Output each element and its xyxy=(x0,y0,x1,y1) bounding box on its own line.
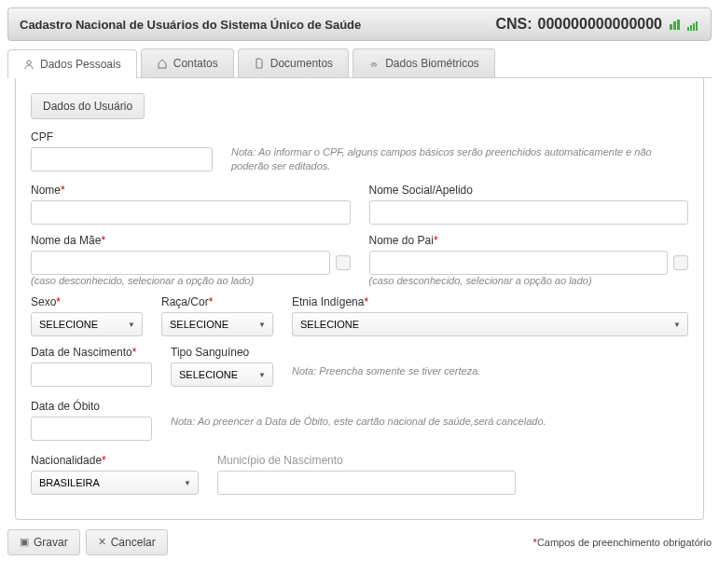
fingerprint-icon xyxy=(368,58,380,69)
data-obito-note: Nota: Ao preencer a Data de Óbito, este … xyxy=(171,415,546,429)
nome-pai-label: Nome do Pai* xyxy=(369,234,689,247)
tab-label: Contatos xyxy=(173,57,218,70)
tab-dados-pessoais[interactable]: Dados Pessoais xyxy=(7,49,137,78)
tipo-sanguineo-label: Tipo Sanguíneo xyxy=(171,346,273,359)
nome-mae-label: Nome da Mãe* xyxy=(31,234,351,247)
municipio-nascimento-input[interactable] xyxy=(217,471,516,495)
cancelar-button[interactable]: ✕ Cancelar xyxy=(86,529,168,555)
svg-rect-5 xyxy=(693,23,695,31)
person-icon xyxy=(23,59,35,70)
svg-rect-4 xyxy=(690,25,692,31)
sexo-label: Sexo* xyxy=(31,295,143,308)
data-nascimento-input[interactable] xyxy=(31,362,152,387)
nome-pai-input[interactable] xyxy=(369,251,669,275)
svg-rect-1 xyxy=(673,21,676,30)
form-panel: Dados do Usuário CPF Nota: Ao informar o… xyxy=(15,78,704,520)
tipo-sanguineo-select[interactable]: SELECIONE xyxy=(171,362,273,387)
cancel-icon: ✕ xyxy=(98,536,106,548)
nome-pai-unknown-checkbox[interactable] xyxy=(673,255,688,270)
sexo-select[interactable]: SELECIONE xyxy=(31,312,143,336)
cns-display: CNS: 000000000000000 xyxy=(495,16,699,33)
etnia-indigena-select[interactable]: SELECIONE xyxy=(292,312,688,336)
signal-bars-icon xyxy=(686,16,699,33)
etnia-indigena-label: Etnia Indígena* xyxy=(292,295,688,308)
nome-input[interactable] xyxy=(31,200,351,225)
svg-rect-0 xyxy=(670,24,672,30)
tab-contatos[interactable]: Contatos xyxy=(141,48,234,77)
svg-rect-6 xyxy=(696,21,698,31)
raca-cor-select[interactable]: SELECIONE xyxy=(161,312,273,336)
tipo-sanguineo-note: Nota: Preencha somente se tiver certeza. xyxy=(292,364,480,378)
nome-pai-hint: (caso desconhecido, selecionar a opção a… xyxy=(369,275,689,286)
nome-label: Nome* xyxy=(31,184,351,197)
home-icon xyxy=(157,58,168,69)
nome-mae-input[interactable] xyxy=(31,251,330,275)
nome-mae-hint: (caso desconhecido, selecionar a opção a… xyxy=(31,275,351,286)
nome-social-label: Nome Social/Apelido xyxy=(369,184,689,197)
data-obito-input[interactable] xyxy=(31,417,152,441)
data-obito-label: Data de Óbito xyxy=(31,400,152,413)
tab-label: Dados Pessoais xyxy=(40,58,121,71)
tab-label: Dados Biométricos xyxy=(385,57,479,70)
gravar-button[interactable]: ▣ Gravar xyxy=(7,529,80,555)
document-icon xyxy=(254,58,265,69)
tab-dados-biometricos[interactable]: Dados Biométricos xyxy=(353,48,495,77)
tab-documentos[interactable]: Documentos xyxy=(238,48,349,77)
raca-cor-label: Raça/Cor* xyxy=(161,295,273,308)
page-title: Cadastro Nacional de Usuários do Sistema… xyxy=(20,18,361,32)
cpf-input[interactable] xyxy=(31,147,213,171)
cns-value: 000000000000000 xyxy=(538,16,662,33)
header-bar: Cadastro Nacional de Usuários do Sistema… xyxy=(7,7,712,41)
svg-rect-2 xyxy=(677,20,680,30)
data-nascimento-label: Data de Nascimento* xyxy=(31,346,152,359)
municipio-nascimento-label: Município de Nascimento xyxy=(217,454,516,467)
svg-point-7 xyxy=(27,61,31,64)
footer-bar: ▣ Gravar ✕ Cancelar **Campos de preenchi… xyxy=(7,529,712,555)
status-icon-green xyxy=(668,16,681,33)
nome-mae-unknown-checkbox[interactable] xyxy=(336,255,351,270)
nacionalidade-select[interactable]: BRASILEIRA xyxy=(31,471,199,495)
cpf-note: Nota: Ao informar o CPF, alguns campos b… xyxy=(231,145,688,174)
cpf-label: CPF xyxy=(31,130,213,144)
required-fields-note: **Campos de preenchimento obrigatórioCam… xyxy=(533,537,712,548)
nome-social-input[interactable] xyxy=(369,200,689,225)
tab-label: Documentos xyxy=(270,57,333,70)
nacionalidade-label: Nacionalidade* xyxy=(31,454,199,467)
tab-bar: Dados Pessoais Contatos Documentos Dados… xyxy=(7,48,712,78)
cns-label: CNS: xyxy=(495,16,532,33)
save-icon: ▣ xyxy=(20,536,29,548)
svg-rect-3 xyxy=(687,27,689,31)
dados-usuario-button[interactable]: Dados do Usuário xyxy=(31,93,145,119)
